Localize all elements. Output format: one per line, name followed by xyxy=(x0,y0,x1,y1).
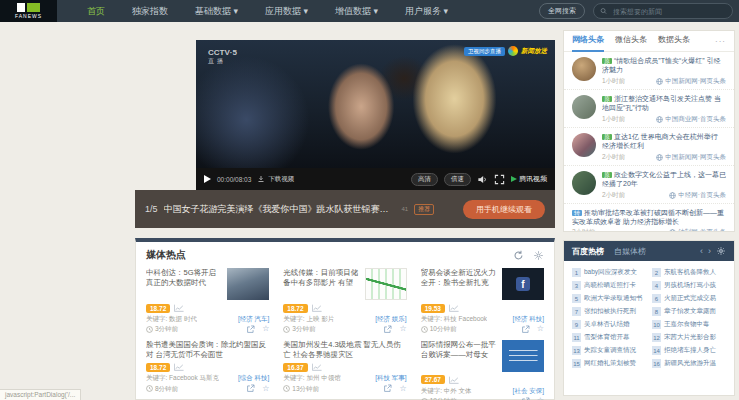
heat-score-badge: 18.72 xyxy=(283,304,307,313)
headline-title[interactable]: 原直达1亿 世界电商大会在杭州举行 经济增长红利 xyxy=(602,132,726,151)
card-category-tag[interactable]: [社会 安保] xyxy=(513,387,544,395)
headline-item[interactable]: 原直达1亿 世界电商大会在杭州举行 经济增长红利 2小时前 中国新闻网·网页头条 xyxy=(564,128,734,166)
rank-list-item[interactable]: 4 男孩机场打骂小孩 xyxy=(652,281,726,290)
card-category-tag[interactable]: [综合 科技] xyxy=(238,374,269,382)
carousel-title[interactable]: 中国女子花游完美演绎《我爱你中国》跳水队获世锦赛第八金 xyxy=(164,203,396,216)
trend-chart-icon[interactable] xyxy=(174,304,184,312)
rank-list-item[interactable]: 16 新疆风光旅游升温 xyxy=(652,359,726,368)
favorite-star-icon[interactable]: ☆ xyxy=(537,325,544,333)
nav-item[interactable]: 应用数据 ▾ xyxy=(265,5,308,18)
video-player[interactable]: CCTV·5 直播 卫视同步直播 新闻放送 00:00/08:03 下载视频 高… xyxy=(196,40,555,190)
headline-title[interactable]: 转推动审批结果改革被打破因循不断创新——重实改革成效卓著 助力经济指标增长 xyxy=(572,208,726,227)
headline-source[interactable]: 法制网·首页头条 xyxy=(669,228,726,232)
headline-title[interactable]: 原“情歌组合成员”T恤卖“火爆红” 引经济魅力 xyxy=(602,56,726,75)
share-icon[interactable] xyxy=(521,325,530,334)
rank-list-item[interactable]: 7 张扣扣被执行死刑 xyxy=(572,307,646,316)
headline-title[interactable]: 原浙江整治交通环岛引发关注点赞 当地回应“孔”行动 xyxy=(602,94,726,113)
card-thumbnail[interactable] xyxy=(227,268,269,300)
speed-button[interactable]: 倍速 xyxy=(444,173,471,186)
fullscreen-icon[interactable] xyxy=(494,174,505,185)
card-thumbnail[interactable] xyxy=(502,268,544,300)
headlines-tab[interactable]: 微信头条 xyxy=(615,30,647,52)
card-title[interactable]: 光线传媒：目前项目储备中有多部影片 有望十年内上映 xyxy=(283,268,358,288)
card-category-tag[interactable]: [经济 娱乐] xyxy=(375,315,406,323)
quality-button[interactable]: 高清 xyxy=(411,173,438,186)
site-logo[interactable]: FANEWS xyxy=(0,0,57,22)
headline-item[interactable]: 原浙江整治交通环岛引发关注点赞 当地回应“孔”行动 1小时前 中国商业网·首页头… xyxy=(564,90,734,128)
trend-chart-icon[interactable] xyxy=(449,304,459,312)
nav-item[interactable]: 独家指数 xyxy=(132,5,168,18)
continue-on-phone-button[interactable]: 用手机继续观看 xyxy=(463,200,545,219)
rank-list-item[interactable]: 5 欧洲大学录取通知书 xyxy=(572,294,646,303)
rank-gear-icon[interactable] xyxy=(716,246,726,256)
share-icon[interactable] xyxy=(383,325,392,334)
favorite-star-icon[interactable]: ☆ xyxy=(262,325,269,333)
rank-list-item[interactable]: 2 东航客机备降救人 xyxy=(652,268,726,277)
headline-source[interactable]: 中国新闻网·网页头条 xyxy=(656,153,726,162)
card-category-tag[interactable]: [经济 科技] xyxy=(513,315,544,323)
global-search-button[interactable]: 全网搜索 xyxy=(539,3,585,19)
rank-list-item[interactable]: 14 拒绝堵车撞人身亡 xyxy=(652,346,726,355)
rank-list-item[interactable]: 12 宋茜大片光影合影 xyxy=(652,333,726,342)
rank-list-item[interactable]: 6 火箭正式完成交易 xyxy=(652,294,726,303)
headline-title[interactable]: 原政企数字文化公益于上线，这一幕已经播了20年 xyxy=(602,170,726,189)
card-title[interactable]: 脸书遭美国国会质询：除北约盟国反对 台湾无货币不会面世 xyxy=(146,340,269,360)
volume-icon[interactable] xyxy=(477,174,488,185)
headlines-tab[interactable]: 网络头条 xyxy=(572,30,604,52)
card-title[interactable]: 中科创达：5G将开启真正的大数据时代 xyxy=(146,268,221,288)
rank-label: 章子怡发文章露面 xyxy=(664,307,716,316)
card-category-tag[interactable]: [科技 军事] xyxy=(375,374,406,382)
tencent-video-brand[interactable]: 腾讯视频 xyxy=(511,174,547,184)
rank-prev-arrow[interactable]: ‹ xyxy=(700,247,703,256)
headline-source[interactable]: 中国新闻网·网页头条 xyxy=(656,77,726,86)
trend-chart-icon[interactable] xyxy=(449,376,459,384)
rank-list: 1 baby回应深夜发文 2 东航客机备降救人 3 高晓松晒近照打卡 4 男孩机… xyxy=(564,261,734,375)
share-icon[interactable] xyxy=(383,384,392,393)
nav-item[interactable]: 基础数据 ▾ xyxy=(195,5,238,18)
rank-list-item[interactable]: 9 吴卓林否认结婚 xyxy=(572,320,646,329)
rank-tab[interactable]: 百度热榜 xyxy=(572,246,604,257)
caption-extra: 41 xyxy=(402,206,409,212)
gear-icon[interactable] xyxy=(533,250,544,261)
rank-list-item[interactable]: 10 王嘉尔食物中毒 xyxy=(652,320,726,329)
nav-item[interactable]: 首页 xyxy=(87,5,105,18)
headline-source[interactable]: 中国商业网·首页头条 xyxy=(656,115,726,124)
card-title[interactable]: 国际情报网公布一批平台败诉案——对母女 xyxy=(421,340,496,360)
refresh-icon[interactable] xyxy=(513,250,524,261)
rank-list-item[interactable]: 3 高晓松晒近照打卡 xyxy=(572,281,646,290)
search-input[interactable] xyxy=(611,7,726,16)
rank-list-item[interactable]: 11 雪梨体育馆开幕 xyxy=(572,333,646,342)
card-title[interactable]: 贸易会谈全新近况火力全开：脸书全新扎克 改革批解释枯竭 xyxy=(421,268,496,288)
rank-list-item[interactable]: 13 失踪女童调查情况 xyxy=(572,346,646,355)
headline-source[interactable]: 中经网·首页头条 xyxy=(669,191,726,200)
rank-list-item[interactable]: 1 baby回应深夜发文 xyxy=(572,268,646,277)
headline-item[interactable]: 原政企数字文化公益于上线，这一幕已经播了20年 2小时前 中经网·首页头条 xyxy=(564,166,734,204)
card-thumbnail[interactable] xyxy=(365,268,407,300)
trend-chart-icon[interactable] xyxy=(312,363,322,371)
browser-status-bar: javascript:PartDialog('/... xyxy=(0,389,81,400)
download-video-button[interactable]: 下载视频 xyxy=(257,175,294,184)
nav-item[interactable]: 用户服务 ▾ xyxy=(405,5,448,18)
card-thumbnail[interactable] xyxy=(502,340,544,372)
favorite-star-icon[interactable]: ☆ xyxy=(399,325,406,333)
share-icon[interactable] xyxy=(521,397,530,400)
card-title[interactable]: 美国加州发生4.3级地震 暂无人员伤亡 社会各界驰援灾区 xyxy=(283,340,406,360)
headline-item[interactable]: 转推动审批结果改革被打破因循不断创新——重实改革成效卓著 助力经济指标增长 2小… xyxy=(564,204,734,233)
favorite-star-icon[interactable]: ☆ xyxy=(262,385,269,393)
share-icon[interactable] xyxy=(246,384,255,393)
nav-item[interactable]: 增值数据 ▾ xyxy=(335,5,378,18)
more-tabs-button[interactable]: ··· xyxy=(715,37,726,46)
headlines-tab[interactable]: 数据头条 xyxy=(658,30,690,52)
share-icon[interactable] xyxy=(246,325,255,334)
headline-item[interactable]: 原“情歌组合成员”T恤卖“火爆红” 引经济魅力 1小时前 中国新闻网·网页头条 xyxy=(564,52,734,90)
search-box[interactable] xyxy=(593,3,733,19)
trend-chart-icon[interactable] xyxy=(312,304,322,312)
rank-list-item[interactable]: 15 网红婚礼策划被赞 xyxy=(572,359,646,368)
rank-next-arrow[interactable]: › xyxy=(708,247,711,256)
favorite-star-icon[interactable]: ☆ xyxy=(399,385,406,393)
rank-list-item[interactable]: 8 章子怡发文章露面 xyxy=(652,307,726,316)
trend-chart-icon[interactable] xyxy=(174,363,184,371)
play-button[interactable] xyxy=(204,175,211,183)
rank-tab[interactable]: 自媒体榜 xyxy=(614,246,646,257)
card-category-tag[interactable]: [经济 汽车] xyxy=(238,315,269,323)
